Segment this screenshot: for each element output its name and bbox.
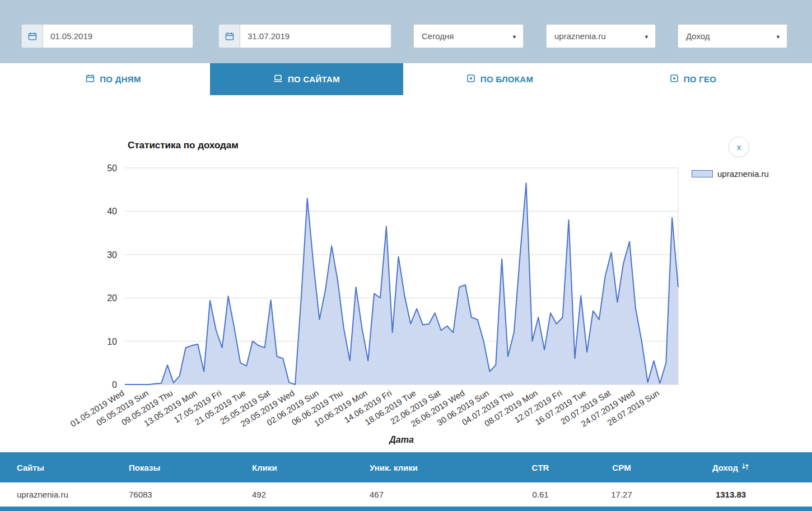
y-tick-label: 20 <box>107 293 117 303</box>
table-row: upraznenia.ru760834924670.6117.271313.83 <box>0 482 812 507</box>
col-header-label: Клики <box>252 463 277 472</box>
col-header-income[interactable]: Доход <box>650 452 812 482</box>
period-select[interactable]: Сегодня ▼ <box>413 24 524 48</box>
cell-income: 1313.83 <box>650 482 812 507</box>
blocks-icon <box>466 74 475 85</box>
date-from-input[interactable] <box>43 24 193 48</box>
sites-stats-table: СайтыПоказыКликиУник. кликиCTRCPMДоход u… <box>0 452 812 507</box>
y-tick-label: 40 <box>107 207 117 216</box>
col-header-clicks: Клики <box>235 452 353 482</box>
col-header-uniq: Уник. клики <box>353 452 487 482</box>
table-header-row: СайтыПоказыКликиУник. кликиCTRCPMДоход <box>0 452 812 482</box>
cell-shows: 76083 <box>112 482 235 507</box>
chart-section: Статистика по доходам x upraznenia.ru 01… <box>0 95 812 452</box>
calendar-icon[interactable] <box>21 24 43 48</box>
chevron-down-icon: ▼ <box>644 34 649 40</box>
tab-by-sites[interactable]: ПО САЙТАМ <box>210 63 403 95</box>
col-header-ctr: CTR <box>487 452 594 482</box>
chevron-down-icon: ▼ <box>512 34 517 40</box>
metric-select[interactable]: Доход ▼ <box>678 24 787 48</box>
tab-label: ПО БЛОКАМ <box>480 74 533 84</box>
col-header-label: Показы <box>129 463 160 472</box>
tab-by-days[interactable]: ПО ДНЯМ <box>17 63 210 95</box>
calendar-icon[interactable] <box>218 24 240 48</box>
revenue-area-chart[interactable]: 0102030405001.05.2019 Wed05.05.2019 Sun0… <box>0 95 812 452</box>
cell-uniq: 467 <box>353 482 487 507</box>
tab-label: ПО ДНЯМ <box>100 74 141 84</box>
tab-label: ПО САЙТАМ <box>288 74 340 84</box>
cell-cpm: 17.27 <box>594 482 650 507</box>
col-header-label: Уник. клики <box>370 463 418 472</box>
y-tick-label: 0 <box>112 380 117 390</box>
sort-icon <box>741 462 749 472</box>
period-select-value: Сегодня <box>422 31 454 41</box>
sites-icon <box>273 74 283 85</box>
col-header-sites: Сайты <box>0 452 112 482</box>
cell-sites: upraznenia.ru <box>0 482 112 507</box>
col-header-label: CTR <box>532 463 549 472</box>
y-tick-label: 10 <box>107 337 117 346</box>
date-to-group <box>218 24 391 48</box>
tab-label: ПО ГЕО <box>684 74 717 84</box>
cell-ctr: 0.61 <box>487 482 594 507</box>
col-header-label: Сайты <box>17 463 44 472</box>
cell-clicks: 492 <box>235 482 353 507</box>
col-header-label: CPM <box>612 463 631 472</box>
date-from-group <box>21 24 193 48</box>
tab-by-blocks[interactable]: ПО БЛОКАМ <box>403 63 596 95</box>
y-tick-label: 30 <box>107 250 117 260</box>
chevron-down-icon: ▼ <box>776 34 781 40</box>
metric-select-value: Доход <box>686 31 710 41</box>
col-header-cpm: CPM <box>594 452 650 482</box>
tab-bar: ПО ДНЯМ ПО САЙТАМ ПО БЛОКАМ ПО ГЕО <box>0 63 812 95</box>
table-footer-strip <box>0 507 812 511</box>
date-to-input[interactable] <box>240 24 391 48</box>
tab-by-geo[interactable]: ПО ГЕО <box>596 63 790 95</box>
col-header-label: Доход <box>712 463 738 472</box>
filter-bar: Сегодня ▼ upraznenia.ru ▼ Доход ▼ <box>0 0 812 63</box>
site-select[interactable]: upraznenia.ru ▼ <box>546 24 656 48</box>
col-header-shows: Показы <box>112 452 235 482</box>
calendar-icon <box>86 74 95 85</box>
chart-area-fill <box>125 183 678 385</box>
site-select-value: upraznenia.ru <box>554 31 606 41</box>
x-axis-title: Дата <box>388 435 414 444</box>
geo-icon <box>670 74 679 85</box>
table-body: upraznenia.ru760834924670.6117.271313.83 <box>0 482 812 507</box>
y-tick-label: 50 <box>107 163 117 173</box>
